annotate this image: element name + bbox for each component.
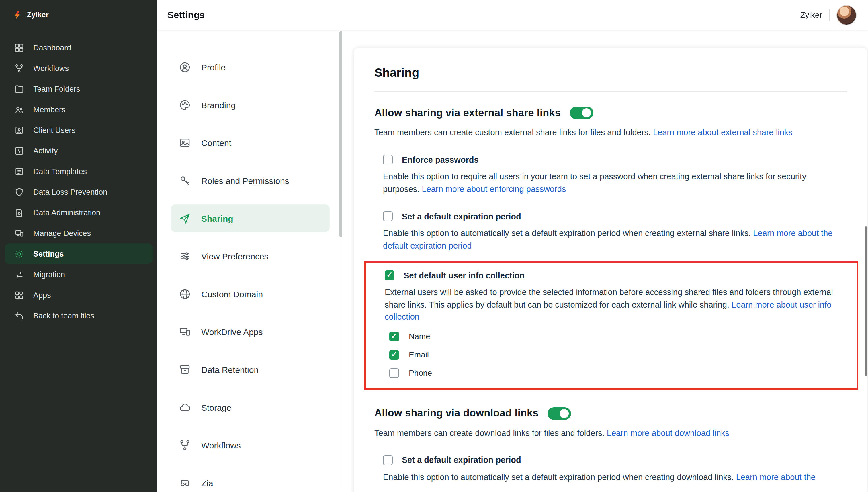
settings-nav-label: Sharing xyxy=(201,213,233,223)
members-icon xyxy=(14,104,24,115)
sidebar-item-settings[interactable]: Settings xyxy=(5,243,153,264)
sidebar-item-manage-devices[interactable]: Manage Devices xyxy=(0,223,157,243)
sidebar-item-apps[interactable]: Apps xyxy=(0,285,157,305)
settings-nav-label: Profile xyxy=(201,62,226,72)
profile-icon xyxy=(179,61,191,73)
card-title: Sharing xyxy=(374,66,847,80)
workflows-icon xyxy=(179,439,191,451)
option-label: Set default user info collection xyxy=(404,271,524,280)
settings-nav-label: Workflows xyxy=(201,440,241,450)
sidebar-item-team-folders[interactable]: Team Folders xyxy=(0,78,157,99)
settings-nav-profile[interactable]: Profile xyxy=(171,53,330,81)
learn-more-download-expiration-link[interactable]: Learn more about the xyxy=(736,472,816,482)
settings-nav-branding[interactable]: Branding xyxy=(171,91,330,119)
cloud-icon xyxy=(179,401,191,413)
settings-nav-sharing[interactable]: Sharing xyxy=(171,204,330,232)
annotation-highlight-box: Set default user info collection Externa… xyxy=(364,261,858,390)
sharing-settings-card: Sharing Allow sharing via external share… xyxy=(354,48,867,492)
app-window: Zylker Dashboard Workflows Team Folders … xyxy=(0,0,868,492)
settings-nav-data-retention[interactable]: Data Retention xyxy=(171,356,330,383)
sidebar-item-members[interactable]: Members xyxy=(0,99,157,120)
learn-more-external-share-links-link[interactable]: Learn more about external share links xyxy=(653,128,793,137)
settings-nav: Profile Branding Content Roles and Permi… xyxy=(157,30,341,492)
devices-icon xyxy=(179,326,191,338)
option-description: Enable this option to automatically set … xyxy=(383,227,842,252)
gear-icon xyxy=(14,249,24,259)
sidebar-item-label: Settings xyxy=(33,249,64,258)
settings-nav-zia[interactable]: Zia xyxy=(171,469,330,492)
user-info-field-name: Name xyxy=(389,331,845,341)
image-icon xyxy=(179,137,191,149)
phone-checkbox[interactable] xyxy=(389,368,399,378)
sidebar-item-label: Migration xyxy=(33,270,65,279)
topbar-divider xyxy=(829,9,829,21)
sidebar-item-label: Data Administration xyxy=(33,208,100,217)
settings-nav-storage[interactable]: Storage xyxy=(171,393,330,421)
settings-nav-label: View Preferences xyxy=(201,251,268,261)
topbar: Settings Zylker xyxy=(157,0,868,30)
main-content: Sharing Allow sharing via external share… xyxy=(341,30,868,492)
key-icon xyxy=(179,174,191,187)
settings-nav-workflows[interactable]: Workflows xyxy=(171,431,330,459)
sidebar-item-label: Activity xyxy=(33,146,58,155)
sidebar-item-data-loss-prevention[interactable]: Data Loss Prevention xyxy=(0,181,157,202)
settings-nav-label: Branding xyxy=(201,100,236,110)
user-info-field-phone: Phone xyxy=(389,368,845,378)
settings-nav-workdrive-apps[interactable]: WorkDrive Apps xyxy=(171,318,330,345)
settings-nav-roles-permissions[interactable]: Roles and Permissions xyxy=(171,167,330,194)
archive-icon xyxy=(179,363,191,375)
settings-nav-content[interactable]: Content xyxy=(171,129,330,156)
name-checkbox[interactable] xyxy=(389,331,399,341)
default-expiration-download-checkbox[interactable] xyxy=(383,455,393,465)
settings-nav-custom-domain[interactable]: Custom Domain xyxy=(171,280,330,308)
email-checkbox[interactable] xyxy=(389,350,399,360)
sidebar-item-dashboard[interactable]: Dashboard xyxy=(0,37,157,58)
activity-icon xyxy=(14,146,24,156)
download-links-toggle[interactable] xyxy=(548,407,571,420)
section-heading: Allow sharing via download links xyxy=(374,407,539,419)
section-description: Team members can create custom external … xyxy=(374,127,847,139)
section-description: Team members can create download links f… xyxy=(374,427,847,439)
external-share-links-toggle[interactable] xyxy=(570,106,593,119)
brand-header: Zylker xyxy=(0,0,157,30)
user-avatar[interactable] xyxy=(837,5,857,25)
sidebar-item-label: Manage Devices xyxy=(33,229,91,238)
user-info-field-list: Name Email Phone xyxy=(389,331,845,378)
settings-nav-view-preferences[interactable]: View Preferences xyxy=(171,242,330,270)
learn-more-download-links-link[interactable]: Learn more about download links xyxy=(607,428,729,437)
enforce-passwords-checkbox[interactable] xyxy=(383,155,393,164)
team-folders-icon xyxy=(14,83,24,94)
section-heading: Allow sharing via external share links xyxy=(374,107,561,119)
sidebar-item-client-users[interactable]: Client Users xyxy=(0,120,157,140)
page-scrollbar[interactable] xyxy=(865,226,867,376)
option-label: Enforce passwords xyxy=(402,155,479,164)
migration-icon xyxy=(14,269,24,279)
sub-option-label: Email xyxy=(409,350,429,359)
sidebar-item-label: Workflows xyxy=(33,64,69,72)
sub-option-label: Phone xyxy=(409,368,432,377)
sidebar-item-label: Data Loss Prevention xyxy=(33,188,107,196)
sidebar-item-label: Back to team files xyxy=(33,311,94,320)
option-description: Enable this option to automatically set … xyxy=(383,471,842,484)
option-default-expiration-external: Set a default expiration period Enable t… xyxy=(383,211,847,252)
learn-more-enforcing-passwords-link[interactable]: Learn more about enforcing passwords xyxy=(422,184,566,193)
option-user-info-collection: Set default user info collection Externa… xyxy=(385,270,845,378)
user-info-collection-checkbox[interactable] xyxy=(385,270,395,280)
sidebar-item-back-to-team-files[interactable]: Back to team files xyxy=(0,305,157,326)
zia-icon xyxy=(179,477,191,489)
sidebar-item-data-templates[interactable]: Data Templates xyxy=(0,161,157,181)
option-label: Set a default expiration period xyxy=(402,456,521,465)
option-description: External users will be asked to provide … xyxy=(385,286,843,323)
sidebar-item-activity[interactable]: Activity xyxy=(0,140,157,161)
settings-nav-label: Custom Domain xyxy=(201,289,263,299)
default-expiration-checkbox[interactable] xyxy=(383,211,393,221)
sidebar-item-workflows[interactable]: Workflows xyxy=(0,58,157,78)
sidebar-item-data-administration[interactable]: Data Administration xyxy=(0,202,157,223)
settings-nav-label: Roles and Permissions xyxy=(201,176,289,185)
back-arrow-icon xyxy=(14,311,24,321)
settings-nav-scrollbar[interactable] xyxy=(339,31,342,237)
sidebar-item-migration[interactable]: Migration xyxy=(0,264,157,285)
section-download-links: Allow sharing via download links Team me… xyxy=(374,407,847,484)
sub-option-label: Name xyxy=(409,331,430,341)
apps-icon xyxy=(14,290,24,300)
